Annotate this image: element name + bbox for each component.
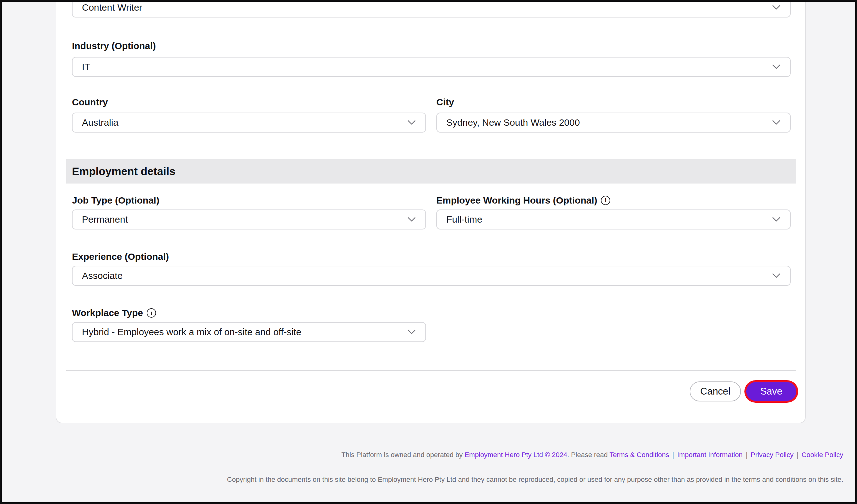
working-hours-label: Employee Working Hours (Optional) i [436,195,610,206]
experience-label: Experience (Optional) [72,251,169,262]
experience-select[interactable]: Associate [72,266,791,286]
footer-legal-line: This Platform is owned and operated by E… [341,451,843,459]
job-type-select[interactable]: Permanent [72,209,426,229]
chevron-down-icon [772,217,781,222]
form-actions-divider [66,370,796,371]
job-title-select[interactable]: Content Writer [72,0,791,18]
footer-separator: | [796,451,799,459]
copyright-text: Copyright in the documents on this site … [227,475,843,483]
working-hours-select[interactable]: Full-time [436,209,791,229]
chevron-down-icon [772,120,781,125]
job-type-label: Job Type (Optional) [72,195,159,206]
job-edit-form-card: Content Writer Industry (Optional) IT Co… [56,1,806,423]
info-icon[interactable]: i [147,308,156,318]
employment-details-section-header: Employment details [66,159,796,184]
cancel-button[interactable]: Cancel [690,381,741,401]
workplace-type-value: Hybrid - Employees work a mix of on-site… [82,327,401,337]
chevron-down-icon [407,217,416,222]
footer-separator: | [672,451,674,459]
country-value: Australia [82,117,401,128]
industry-label: Industry (Optional) [72,41,156,51]
page: Content Writer Industry (Optional) IT Co… [0,0,857,504]
cookie-policy-link[interactable]: Cookie Policy [802,451,843,459]
country-select[interactable]: Australia [72,112,426,133]
chevron-down-icon [772,64,781,70]
footer-copyright-line: Copyright in the documents on this site … [219,467,843,492]
job-title-value: Content Writer [82,2,766,13]
info-icon[interactable]: i [601,196,610,205]
footer-text: . Please read [567,451,609,459]
terms-conditions-link[interactable]: Terms & Conditions [610,451,669,459]
industry-value: IT [82,62,766,72]
city-select[interactable]: Sydney, New South Wales 2000 [436,112,791,133]
workplace-type-select[interactable]: Hybrid - Employees work a mix of on-site… [72,322,426,342]
chevron-down-icon [772,273,781,279]
working-hours-value: Full-time [446,214,766,225]
industry-select[interactable]: IT [72,57,791,77]
experience-value: Associate [82,271,766,281]
chevron-down-icon [407,329,416,335]
save-button[interactable]: Save [746,382,796,401]
company-link[interactable]: Employment Hero Pty Ltd © 2024 [465,451,567,459]
chevron-down-icon [772,5,781,10]
workplace-type-label: Workplace Type i [72,308,156,318]
footer-separator: | [746,451,747,459]
job-type-value: Permanent [82,214,401,225]
city-value: Sydney, New South Wales 2000 [446,117,766,128]
privacy-policy-link[interactable]: Privacy Policy [751,451,793,459]
section-title: Employment details [66,165,175,178]
footer-text: This Platform is owned and operated by [341,451,465,459]
country-label: Country [72,97,108,107]
city-label: City [436,97,454,107]
important-information-link[interactable]: Important Information [677,451,742,459]
chevron-down-icon [407,120,416,125]
